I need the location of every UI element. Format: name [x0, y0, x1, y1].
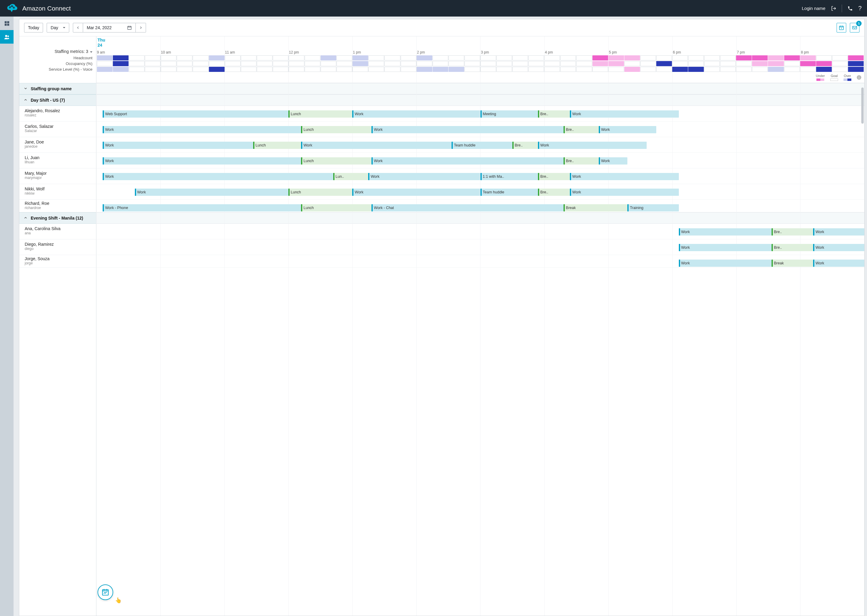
schedule-segment[interactable]: Work	[570, 189, 679, 196]
day-label: Thu 24	[98, 38, 106, 48]
schedule-segment[interactable]: Lunch	[301, 204, 372, 211]
schedule-segment[interactable]: Work	[538, 141, 646, 149]
logout-icon[interactable]	[831, 6, 836, 11]
schedule-segment[interactable]: Bre..	[538, 189, 570, 196]
schedule-lane[interactable]: WorkLunchWorkTeam huddleBre..Work	[96, 184, 864, 200]
staffing-group-header[interactable]: Evening Shift - Manila (12)	[19, 212, 96, 224]
metric-label: Service Level (%) - Voice	[19, 66, 92, 72]
date-picker-button[interactable]: Mar 24, 2022	[83, 23, 136, 33]
schedule-segment[interactable]: Bre..	[512, 141, 538, 149]
metric-label: Headcount	[19, 55, 92, 61]
schedule-segment[interactable]: Bre..	[772, 228, 813, 236]
hour-tick: 10 am	[161, 50, 225, 55]
schedule-segment[interactable]: Work	[599, 126, 656, 133]
schedule-segment[interactable]: Lunch	[288, 189, 353, 196]
staffing-group-header[interactable]: Day Shift - US (7)	[19, 94, 96, 106]
agent-row[interactable]: Ana, Carolina Silvaana	[19, 224, 96, 239]
inbox-button[interactable]: 5	[850, 23, 859, 33]
schedule-segment[interactable]: Work	[352, 110, 480, 118]
phone-icon[interactable]	[847, 6, 853, 11]
schedule-segment[interactable]: Work	[679, 228, 772, 236]
schedule-segment[interactable]: Work	[679, 244, 772, 251]
schedule-segment[interactable]: Work	[570, 173, 679, 180]
schedule-segment[interactable]: Team huddle	[481, 189, 538, 196]
prev-day-button[interactable]	[73, 23, 83, 33]
publish-schedule-button[interactable]	[837, 23, 846, 33]
schedule-analytics-fab[interactable]	[98, 585, 113, 600]
schedule-segment[interactable]: Work	[102, 126, 301, 133]
schedule-lane[interactable]: WorkBreakWork	[96, 255, 864, 268]
schedule-segment[interactable]: Bre..	[772, 244, 813, 251]
hour-tick: 12 pm	[288, 50, 353, 55]
staffing-metrics-dropdown[interactable]: Staffing metrics: 3	[19, 36, 92, 55]
schedule-segment[interactable]: Work	[135, 189, 288, 196]
schedule-segment[interactable]: Team huddle	[452, 141, 512, 149]
schedule-segment[interactable]: Work - Phone	[102, 204, 301, 211]
schedule-segment[interactable]: Work	[102, 157, 301, 165]
schedule-lane[interactable]: Work - PhoneLunchWork - ChatBreakTrainin…	[96, 200, 864, 212]
schedule-segment[interactable]: Work	[599, 157, 628, 165]
schedule-lane[interactable]: Web SupportLunchWorkMeetingBre..Work	[96, 106, 864, 121]
agent-row[interactable]: Alejandro, Rosalezrosalez	[19, 106, 96, 121]
schedule-segment[interactable]: Lunch	[301, 126, 372, 133]
schedule-segment[interactable]: Work	[679, 259, 772, 267]
schedule-segment[interactable]: Meeting	[481, 110, 538, 118]
schedule-lane[interactable]: WorkLunchWorkBre..Work	[96, 153, 864, 168]
agent-username: diego	[25, 247, 92, 251]
schedule-segment[interactable]: Bre..	[564, 157, 599, 165]
staffing-group-root[interactable]: Staffing group name	[19, 83, 96, 94]
schedule-segment[interactable]: Web Support	[102, 110, 288, 118]
schedule-segment[interactable]: Work	[570, 110, 679, 118]
topbar: Amazon Connect Login name ?	[0, 0, 867, 17]
agent-row[interactable]: Mary, Majormarymajor	[19, 168, 96, 184]
next-day-button[interactable]	[136, 23, 146, 33]
schedule-segment[interactable]: Bre..	[538, 173, 570, 180]
schedule-segment[interactable]: Work	[813, 259, 864, 267]
agent-row[interactable]: Jorge, Souzajorge	[19, 255, 96, 268]
schedule-segment[interactable]: Break	[772, 259, 813, 267]
schedule-segment[interactable]: 1:1 with Ma..	[481, 173, 538, 180]
agent-row[interactable]: Jane, Doejanedoe	[19, 137, 96, 153]
schedule-lane[interactable]: WorkLunchWorkBre..Work	[96, 121, 864, 137]
agent-username: richardroe	[25, 206, 92, 210]
help-icon[interactable]: ?	[858, 5, 862, 12]
schedule-lane[interactable]: WorkLun..Work1:1 with Ma..Bre..Work	[96, 168, 864, 184]
agent-username: Salazar	[25, 129, 92, 133]
schedule-segment[interactable]: Bre..	[538, 110, 570, 118]
info-icon[interactable]: i	[857, 75, 861, 80]
schedule-segment[interactable]: Work	[372, 157, 564, 165]
schedule-segment[interactable]: Work - Chat	[372, 204, 564, 211]
schedule-segment[interactable]: Bre..	[564, 126, 599, 133]
app-title: Amazon Connect	[22, 5, 71, 12]
schedule-segment[interactable]: Work	[813, 228, 864, 236]
view-mode-dropdown[interactable]: Day	[47, 23, 69, 33]
schedule-lane[interactable]: WorkBre..Work	[96, 239, 864, 255]
schedule-segment[interactable]: Lun..	[333, 173, 369, 180]
schedule-segment[interactable]: Lunch	[288, 110, 353, 118]
schedule-segment[interactable]: Work	[372, 126, 564, 133]
schedule-segment[interactable]: Lunch	[253, 141, 301, 149]
nav-people-icon[interactable]	[0, 30, 14, 44]
schedule-lane[interactable]: WorkLunchWorkTeam huddleBre..Work	[96, 137, 864, 153]
today-button[interactable]: Today	[24, 23, 43, 33]
schedule-segment[interactable]: Work	[102, 173, 333, 180]
schedule-segment[interactable]: Work	[368, 173, 480, 180]
agent-row[interactable]: Carlos, SalazarSalazar	[19, 121, 96, 137]
schedule-segment[interactable]: Work	[301, 141, 452, 149]
schedule-segment[interactable]: Break	[564, 204, 628, 211]
agent-row[interactable]: Diego, Ramirezdiego	[19, 239, 96, 255]
schedule-segment[interactable]: Training	[627, 204, 679, 211]
agent-row[interactable]: Richard, Roerichardroe	[19, 200, 96, 212]
schedule-segment[interactable]: Work	[813, 244, 864, 251]
schedule-lane[interactable]: WorkBre..Work	[96, 224, 864, 239]
scrollbar-thumb[interactable]	[861, 88, 864, 124]
schedule-segment[interactable]: Work	[102, 141, 253, 149]
schedule-segment[interactable]: Lunch	[301, 157, 372, 165]
hour-tick: 8 pm	[800, 50, 864, 55]
svg-rect-4	[7, 21, 9, 23]
agent-username: nikkiw	[25, 191, 92, 195]
agent-row[interactable]: Li, Juanlihuan	[19, 153, 96, 168]
schedule-segment[interactable]: Work	[352, 189, 480, 196]
nav-dashboard-icon[interactable]	[0, 17, 14, 30]
agent-row[interactable]: Nikki, Wolfnikkiw	[19, 184, 96, 200]
